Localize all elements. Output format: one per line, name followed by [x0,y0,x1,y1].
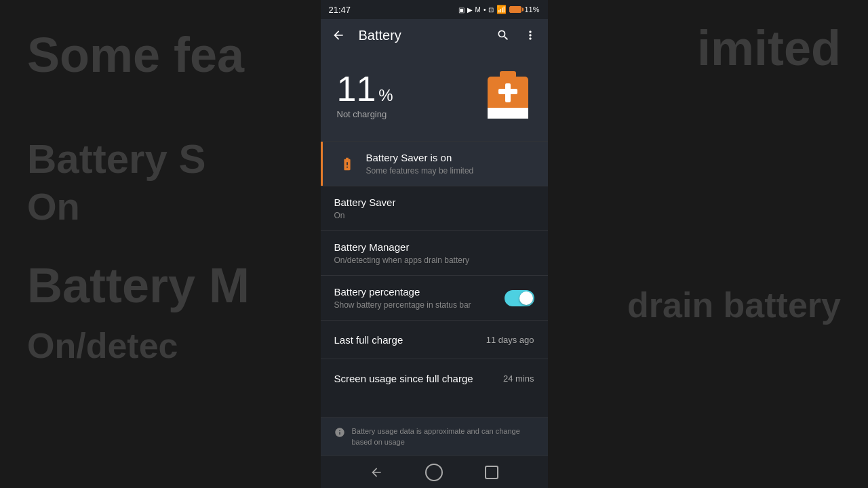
screen-usage-item: Screen usage since full charge 24 mins [321,359,548,397]
battery-percent-row: 11 % [337,71,393,106]
battery-saver-subtitle: On [334,211,534,222]
bg-text-2: Battery SOn [27,136,205,229]
last-full-charge-content: Last full charge [334,333,481,347]
battery-header: 11 % Not charging [321,52,548,141]
battery-manager-content: Battery Manager On/detecting when apps d… [334,241,534,266]
footer-info-text: Battery usage data is approximate and ca… [352,426,534,447]
battery-saver-banner-content: Battery Saver is on Some features may be… [366,151,534,176]
battery-manager-item[interactable]: Battery Manager On/detecting when apps d… [321,231,548,275]
top-bar-actions [491,23,542,47]
nav-bar [321,455,548,488]
search-button[interactable] [491,23,515,47]
battery-percent-status: 11% [524,5,539,14]
battery-percentage-item[interactable]: Battery percentage Show battery percenta… [321,276,548,320]
nav-back-button[interactable] [361,458,391,487]
recents-square-icon [485,466,498,479]
battery-saver-banner-title: Battery Saver is on [366,151,534,165]
top-bar: Battery [321,19,548,52]
bg-text-1: Some fea [27,27,244,83]
list-container[interactable]: Battery Saver is on Some features may be… [321,142,548,418]
battery-icon-container [484,68,532,122]
battery-saver-banner-subtitle: Some features may be limited [366,166,534,177]
nav-home-button[interactable] [419,458,449,487]
notification-icon: ▣ [458,6,465,14]
charging-status: Not charging [337,109,393,119]
screen-usage-value: 24 mins [503,373,534,384]
last-full-charge-value: 11 days ago [486,335,534,345]
mail-icon: M [475,6,481,14]
info-footer: Battery usage data is approximate and ca… [321,418,548,455]
battery-percentage-subtitle: Show battery percentage in status bar [334,300,505,311]
battery-saver-title: Battery Saver [334,196,534,209]
battery-manager-subtitle: On/detecting when apps drain battery [334,256,534,266]
bg-text-right: imited [697,20,841,76]
battery-unit: % [378,86,393,105]
last-full-charge-item: Last full charge 11 days ago [321,321,548,359]
cast-icon: ⊡ [488,6,494,14]
wifi-icon: 📶 [496,5,507,14]
phone-container: 21:47 ▣ ▶ M • ⊡ 📶 11% Battery [321,0,548,488]
bg-text-4: On/detec [27,325,178,366]
battery-percentage-content: Battery percentage Show battery percenta… [334,285,505,310]
battery-saver-content: Battery Saver On [334,196,534,221]
battery-indicator-icon [509,6,521,13]
nav-recents-button[interactable] [477,458,507,487]
bg-text-right2: drain battery [627,285,841,325]
battery-manager-title: Battery Manager [334,241,534,254]
dot-icon: • [484,6,486,14]
page-title: Battery [359,28,483,43]
more-options-button[interactable] [518,23,542,47]
status-icons: ▣ ▶ M • ⊡ 📶 11% [458,5,540,14]
battery-saver-icon [336,157,358,171]
battery-large-icon [485,68,531,121]
bg-text-3: Battery M [27,258,250,313]
last-full-charge-title: Last full charge [334,333,481,347]
battery-percentage-toggle[interactable] [505,290,534,306]
battery-saver-item[interactable]: Battery Saver On [321,186,548,230]
svg-rect-5 [498,89,517,94]
svg-rect-1 [500,71,516,78]
battery-percent-info: 11 % Not charging [337,71,393,119]
play-icon: ▶ [467,6,473,14]
screen-usage-content: Screen usage since full charge [334,372,498,386]
status-time: 21:47 [329,5,351,15]
battery-percentage-title: Battery percentage [334,285,505,299]
status-bar: 21:47 ▣ ▶ M • ⊡ 📶 11% [321,0,548,19]
battery-saver-banner-item[interactable]: Battery Saver is on Some features may be… [321,142,548,186]
screen-usage-title: Screen usage since full charge [334,372,498,386]
home-circle-icon [425,464,443,481]
info-icon [334,427,345,441]
back-button[interactable] [326,23,351,47]
battery-number: 11 [337,71,376,106]
